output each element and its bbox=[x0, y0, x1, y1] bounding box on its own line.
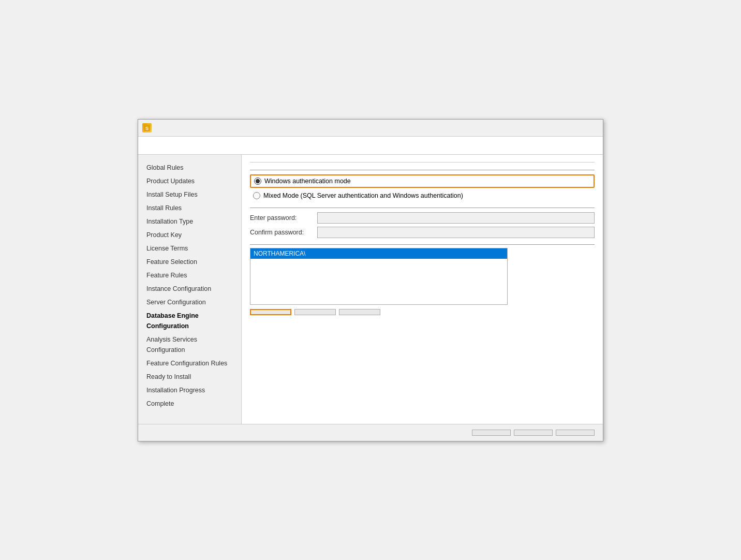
sidebar-item-installation-progress[interactable]: Installation Progress bbox=[144, 384, 237, 397]
cancel-button[interactable] bbox=[556, 430, 595, 436]
page-header bbox=[138, 137, 603, 155]
password-section-title bbox=[250, 208, 595, 208]
sidebar-item-feature-selection[interactable]: Feature Selection bbox=[144, 255, 237, 269]
titlebar: S bbox=[138, 120, 603, 137]
sidebar-item-license-terms[interactable]: License Terms bbox=[144, 242, 237, 255]
mixed-mode-radio[interactable] bbox=[253, 192, 260, 199]
tab-bar bbox=[250, 162, 595, 163]
enter-password-input[interactable] bbox=[317, 212, 595, 224]
enter-password-row: Enter password: bbox=[250, 212, 595, 224]
content-area: Global RulesProduct UpdatesInstall Setup… bbox=[138, 155, 603, 424]
sidebar-item-complete[interactable]: Complete bbox=[144, 397, 237, 410]
admin-list-item[interactable]: NORTHAMERICA\ bbox=[250, 248, 507, 259]
windows-auth-label: Windows authentication mode bbox=[264, 178, 351, 185]
sidebar-item-feature-configuration-rules[interactable]: Feature Configuration Rules bbox=[144, 357, 237, 370]
sidebar-item-install-setup-files[interactable]: Install Setup Files bbox=[144, 188, 237, 201]
main-window: S Global RulesProduct UpdatesInstall Set… bbox=[138, 119, 603, 441]
sidebar: Global RulesProduct UpdatesInstall Setup… bbox=[138, 155, 242, 424]
sidebar-item-feature-rules[interactable]: Feature Rules bbox=[144, 269, 237, 282]
sidebar-item-product-updates[interactable]: Product Updates bbox=[144, 174, 237, 188]
minimize-button[interactable] bbox=[550, 123, 566, 133]
add-button[interactable] bbox=[294, 309, 336, 315]
maximize-button[interactable] bbox=[567, 123, 582, 133]
titlebar-left: S bbox=[142, 123, 155, 132]
close-button[interactable] bbox=[583, 123, 599, 133]
sidebar-item-server-configuration[interactable]: Server Configuration bbox=[144, 296, 237, 309]
admin-section-title bbox=[250, 244, 595, 245]
svg-text:S: S bbox=[145, 126, 149, 131]
admin-list[interactable]: NORTHAMERICA\ bbox=[250, 248, 508, 305]
sidebar-item-global-rules[interactable]: Global Rules bbox=[144, 161, 237, 174]
sidebar-item-analysis-services-configuration[interactable]: Analysis Services Configuration bbox=[144, 333, 237, 357]
auth-mode-title bbox=[250, 170, 595, 170]
admin-info-box bbox=[512, 248, 595, 305]
sidebar-item-installation-type[interactable]: Installation Type bbox=[144, 215, 237, 228]
admin-list-container: NORTHAMERICA\ bbox=[250, 248, 595, 305]
sidebar-item-database-engine-configuration[interactable]: Database Engine Configuration bbox=[144, 309, 237, 333]
sidebar-item-ready-to-install[interactable]: Ready to Install bbox=[144, 370, 237, 384]
app-icon: S bbox=[142, 123, 152, 132]
titlebar-controls bbox=[550, 123, 599, 133]
mixed-mode-label: Mixed Mode (SQL Server authentication an… bbox=[263, 192, 463, 199]
sidebar-item-install-rules[interactable]: Install Rules bbox=[144, 201, 237, 215]
confirm-password-input[interactable] bbox=[317, 227, 595, 238]
remove-button[interactable] bbox=[339, 309, 380, 315]
mixed-mode-option[interactable]: Mixed Mode (SQL Server authentication an… bbox=[250, 190, 595, 201]
footer bbox=[138, 424, 603, 441]
main-content: Windows authentication mode Mixed Mode (… bbox=[242, 155, 603, 424]
confirm-password-label: Confirm password: bbox=[250, 229, 317, 236]
sidebar-item-instance-configuration[interactable]: Instance Configuration bbox=[144, 282, 237, 296]
windows-auth-radio[interactable] bbox=[254, 178, 261, 185]
sidebar-item-product-key[interactable]: Product Key bbox=[144, 228, 237, 242]
enter-password-label: Enter password: bbox=[250, 214, 317, 222]
add-current-user-button[interactable] bbox=[250, 309, 291, 315]
back-button[interactable] bbox=[472, 430, 511, 436]
next-button[interactable] bbox=[514, 430, 553, 436]
confirm-password-row: Confirm password: bbox=[250, 227, 595, 238]
admin-buttons bbox=[250, 309, 595, 315]
windows-auth-option[interactable]: Windows authentication mode bbox=[250, 174, 595, 188]
